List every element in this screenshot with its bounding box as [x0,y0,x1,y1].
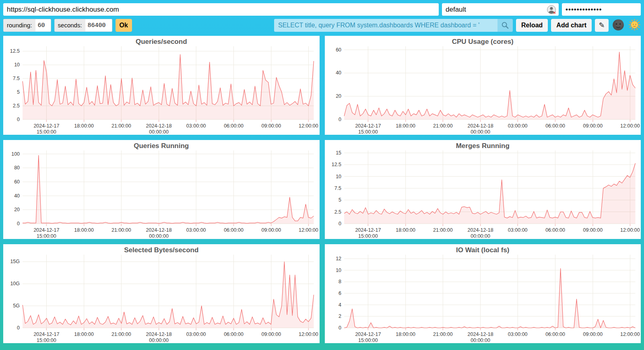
svg-text:00:00:00: 00:00:00 [471,233,490,239]
magnifier-icon [501,21,509,29]
svg-text:10G: 10G [10,281,20,286]
chart-plot-cpu-usage[interactable]: 2024-12-1715:00:0018:00:0021:00:002024-1… [325,36,641,135]
svg-text:40: 40 [14,193,20,199]
light-theme-button[interactable] [628,19,641,32]
svg-text:6: 6 [339,290,341,296]
svg-text:09:00:00: 09:00:00 [262,227,281,233]
svg-text:100: 100 [11,151,20,157]
svg-text:40: 40 [336,70,341,76]
user-icon: ✕ [547,5,556,14]
chart-plot-selected-bytes[interactable]: 2024-12-1715:00:0018:00:0021:00:002024-1… [3,244,320,343]
svg-text:20: 20 [336,93,341,99]
chart-plot-io-wait[interactable]: 2024-12-1715:00:0018:00:0021:00:002024-1… [325,244,641,343]
svg-text:15:00:00: 15:00:00 [37,129,56,135]
svg-text:2024-12-18: 2024-12-18 [467,331,493,337]
svg-text:20: 20 [14,207,20,212]
svg-text:10: 10 [14,62,20,68]
chart-queries-running: Queries Running 2024-12-1715:00:0018:00:… [3,140,320,239]
seconds-input[interactable] [85,19,112,31]
svg-text:00:00:00: 00:00:00 [149,129,169,135]
svg-text:5: 5 [339,197,341,203]
svg-text:0: 0 [339,325,341,331]
svg-text:15:00:00: 15:00:00 [358,338,378,343]
svg-text:10: 10 [336,268,341,273]
svg-text:12:00:00: 12:00:00 [620,331,640,337]
connection-bar: ✕ [0,0,644,16]
svg-text:03:00:00: 03:00:00 [186,331,206,337]
chart-plot-merges-running[interactable]: 2024-12-1715:00:0018:00:0021:00:002024-1… [325,140,641,239]
svg-text:15:00:00: 15:00:00 [37,233,56,239]
svg-text:06:00:00: 06:00:00 [545,123,565,129]
svg-text:15: 15 [336,150,341,156]
svg-text:03:00:00: 03:00:00 [508,331,527,337]
sun-face-icon [629,19,640,31]
svg-text:06:00:00: 06:00:00 [224,331,244,337]
rounding-input[interactable] [35,19,51,31]
svg-text:21:00:00: 21:00:00 [111,331,131,337]
svg-text:18:00:00: 18:00:00 [396,227,415,233]
svg-text:18:00:00: 18:00:00 [74,227,94,233]
password-input[interactable] [562,3,641,16]
add-chart-button[interactable]: Add chart [551,19,592,32]
user-input[interactable] [442,3,559,16]
chart-cpu-usage: CPU Usage (cores) 2024-12-1715:00:0018:0… [325,36,641,135]
svg-text:2024-12-18: 2024-12-18 [146,123,172,129]
svg-text:12:00:00: 12:00:00 [299,227,318,233]
svg-text:18:00:00: 18:00:00 [74,331,94,337]
svg-text:00:00:00: 00:00:00 [471,338,490,343]
svg-text:2024-12-17: 2024-12-17 [33,331,59,337]
seconds-label: seconds: [55,19,85,31]
svg-text:4: 4 [339,302,341,308]
svg-text:03:00:00: 03:00:00 [186,227,206,233]
svg-text:06:00:00: 06:00:00 [545,227,565,233]
chart-plot-queries-running[interactable]: 2024-12-1715:00:0018:00:0021:00:002024-1… [3,140,320,239]
svg-text:00:00:00: 00:00:00 [149,338,169,343]
svg-text:0: 0 [17,221,20,226]
svg-text:8: 8 [339,279,341,284]
svg-text:0: 0 [17,325,20,331]
svg-text:2.5: 2.5 [13,103,20,109]
charts-grid: Queries/second 2024-12-1715:00:0018:00:0… [0,35,644,346]
svg-text:12.5: 12.5 [10,48,20,54]
svg-text:06:00:00: 06:00:00 [545,331,565,337]
svg-text:7.5: 7.5 [13,76,20,81]
svg-text:0: 0 [17,117,20,122]
svg-text:12:00:00: 12:00:00 [620,227,640,233]
svg-text:21:00:00: 21:00:00 [111,227,131,233]
dashboard-query-input[interactable] [274,19,497,32]
ok-button[interactable]: Ok [116,19,132,32]
svg-text:2: 2 [339,313,341,319]
svg-text:00:00:00: 00:00:00 [471,129,490,135]
chart-merges-running: Merges Running 2024-12-1715:00:0018:00:0… [325,140,641,239]
search-button[interactable] [497,19,513,32]
reload-button[interactable]: Reload [516,19,548,32]
svg-text:2024-12-17: 2024-12-17 [355,123,381,129]
svg-text:15:00:00: 15:00:00 [37,338,56,343]
server-url-input[interactable] [3,3,439,16]
dark-theme-button[interactable] [612,19,625,32]
svg-text:60: 60 [14,179,20,185]
svg-text:✕: ✕ [553,11,556,14]
svg-text:10: 10 [336,174,341,179]
svg-text:18:00:00: 18:00:00 [396,123,415,129]
svg-text:12:00:00: 12:00:00 [299,331,318,337]
svg-text:2024-12-18: 2024-12-18 [467,227,493,233]
edit-button[interactable]: ✎ [595,19,609,32]
svg-text:09:00:00: 09:00:00 [262,123,281,129]
svg-text:2024-12-18: 2024-12-18 [146,227,172,233]
svg-text:12:00:00: 12:00:00 [620,123,640,129]
svg-text:2024-12-18: 2024-12-18 [146,331,172,337]
svg-text:2024-12-18: 2024-12-18 [467,123,493,129]
svg-text:5G: 5G [13,303,20,309]
svg-text:21:00:00: 21:00:00 [111,123,131,129]
rounding-label: rounding: [4,19,35,31]
svg-text:06:00:00: 06:00:00 [224,123,244,129]
svg-text:2024-12-17: 2024-12-17 [33,227,59,233]
svg-text:06:00:00: 06:00:00 [224,227,244,233]
svg-text:5: 5 [17,89,20,95]
chart-plot-queries-per-second[interactable]: 2024-12-1715:00:0018:00:0021:00:002024-1… [3,36,320,135]
toolbar: rounding: seconds: Ok Reload Add chart ✎ [0,16,644,35]
svg-text:2024-12-17: 2024-12-17 [355,227,381,233]
svg-text:15:00:00: 15:00:00 [358,233,378,239]
chart-io-wait: IO Wait (local fs) 2024-12-1715:00:0018:… [325,244,641,343]
